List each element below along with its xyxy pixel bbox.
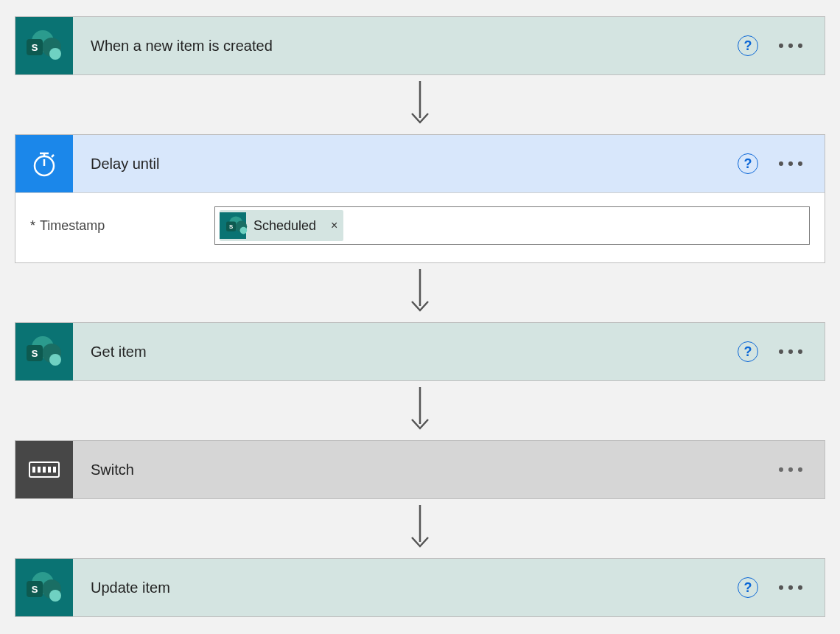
more-menu-icon[interactable]	[779, 585, 802, 590]
stopwatch-icon	[15, 135, 73, 192]
step-title: When a new item is created	[73, 38, 738, 55]
more-menu-icon[interactable]	[779, 467, 802, 472]
step-header[interactable]: S Get item ?	[15, 323, 825, 380]
step-get-item[interactable]: S Get item ?	[15, 322, 825, 381]
sharepoint-icon: S	[15, 17, 73, 74]
step-header[interactable]: S Update item ?	[15, 559, 825, 616]
help-icon[interactable]: ?	[738, 341, 758, 362]
flow-arrow	[15, 386, 825, 436]
token-label: Scheduled	[253, 218, 321, 234]
switch-icon	[15, 441, 73, 498]
flow-arrow	[15, 80, 825, 130]
step-actions: ?	[738, 577, 825, 598]
step-delay-until[interactable]: Delay until ? *Timestamp S Schedul	[15, 134, 825, 263]
timestamp-input[interactable]: S Scheduled ×	[214, 206, 810, 245]
step-switch[interactable]: Switch	[15, 440, 825, 499]
step-actions	[779, 467, 825, 472]
help-icon[interactable]: ?	[738, 577, 758, 598]
step-header[interactable]: Delay until ?	[15, 135, 825, 192]
flow-arrow	[15, 504, 825, 554]
delay-config-panel: *Timestamp S Scheduled ×	[15, 192, 825, 262]
more-menu-icon[interactable]	[779, 43, 802, 48]
more-menu-icon[interactable]	[779, 349, 802, 354]
flow-arrow	[15, 268, 825, 318]
help-icon[interactable]: ?	[738, 35, 758, 56]
more-menu-icon[interactable]	[779, 161, 802, 166]
flow-canvas: S When a new item is created ?	[0, 0, 840, 634]
step-title: Get item	[73, 344, 738, 360]
step-trigger[interactable]: S When a new item is created ?	[15, 16, 825, 75]
step-actions: ?	[738, 153, 825, 174]
sharepoint-icon: S	[220, 212, 246, 239]
timestamp-label: *Timestamp	[30, 218, 200, 234]
help-icon[interactable]: ?	[738, 153, 758, 174]
dynamic-token-scheduled[interactable]: S Scheduled ×	[220, 210, 343, 241]
token-remove-icon[interactable]: ×	[331, 219, 337, 232]
sharepoint-icon: S	[15, 559, 73, 616]
step-title: Delay until	[73, 156, 738, 173]
step-header[interactable]: S When a new item is created ?	[15, 17, 825, 74]
step-header[interactable]: Switch	[15, 441, 825, 498]
sharepoint-icon: S	[15, 323, 73, 380]
step-actions: ?	[738, 341, 825, 362]
step-actions: ?	[738, 35, 825, 56]
svg-line-5	[52, 155, 54, 157]
step-title: Update item	[73, 579, 738, 596]
step-update-item[interactable]: S Update item ?	[15, 558, 825, 617]
step-title: Switch	[73, 461, 779, 478]
